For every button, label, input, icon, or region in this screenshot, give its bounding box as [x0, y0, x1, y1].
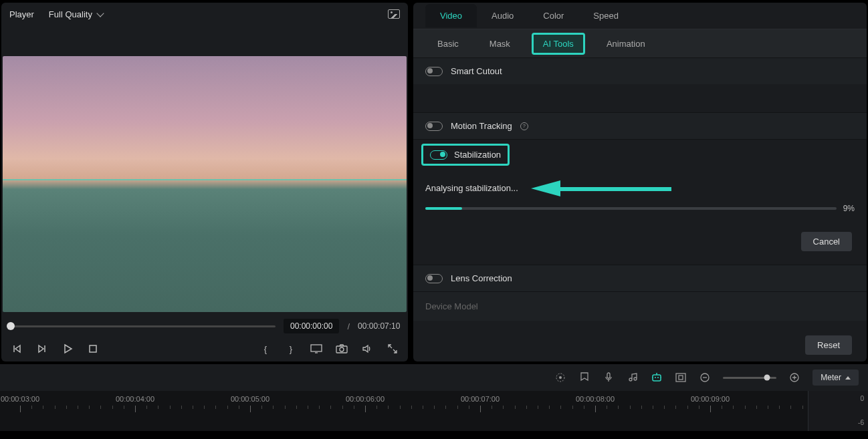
chevron-down-icon — [96, 9, 104, 17]
meter-label: Meter — [821, 373, 841, 382]
help-icon[interactable]: ? — [520, 122, 528, 130]
tab-video[interactable]: Video — [425, 4, 477, 27]
subtabs-row: Basic Mask AI Tools Animation — [413, 29, 867, 57]
subtab-ai-tools[interactable]: AI Tools — [534, 35, 583, 53]
meter-button[interactable]: Meter — [812, 370, 859, 386]
device-model-row: Device Model — [413, 291, 867, 321]
tabs-row: Video Audio Color Speed — [413, 3, 867, 29]
video-preview[interactable] — [3, 56, 407, 312]
fullscreen-button[interactable] — [387, 343, 399, 355]
highlight-stabilization: Stabilization — [421, 144, 510, 166]
toggle-stabilization[interactable] — [430, 150, 447, 160]
ruler-label: 00:00:05:00 — [231, 395, 269, 403]
tab-color[interactable]: Color — [528, 4, 578, 27]
triangle-up-icon — [845, 376, 851, 380]
volume-button[interactable] — [361, 343, 373, 355]
player-controls: 00:00:00:00 / 00:00:07:10 { } — [1, 312, 408, 361]
inspector-panel: Video Audio Color Speed Basic Mask AI To… — [413, 3, 867, 361]
svg-rect-6 — [607, 373, 610, 378]
mark-out-button[interactable]: } — [285, 343, 297, 355]
timeline-toolbar: Meter — [0, 364, 868, 391]
zoom-handle[interactable] — [764, 375, 770, 381]
display-button[interactable] — [310, 343, 322, 355]
svg-point-10 — [657, 377, 659, 378]
progress-percent: 9% — [843, 204, 855, 213]
option-motion-tracking: Motion Tracking ? — [413, 112, 867, 139]
option-lens-correction: Lens Correction — [413, 265, 867, 291]
scrubber[interactable] — [11, 325, 276, 327]
svg-rect-1 — [311, 345, 322, 351]
svg-rect-8 — [653, 375, 661, 381]
ruler-label: 00:00:03:00 — [1, 395, 39, 403]
time-current[interactable]: 00:00:00:00 — [284, 319, 339, 333]
next-frame-button[interactable] — [36, 343, 48, 355]
time-total: 00:00:07:10 — [358, 321, 400, 331]
ruler-label: 00:00:09:00 — [691, 395, 730, 403]
label-motion-tracking: Motion Tracking — [451, 121, 512, 131]
cancel-button[interactable]: Cancel — [801, 232, 852, 251]
label-stabilization: Stabilization — [454, 150, 501, 160]
reset-button[interactable]: Reset — [805, 335, 852, 355]
scrub-handle[interactable] — [7, 322, 15, 330]
subtab-mask[interactable]: Mask — [480, 35, 520, 53]
svg-rect-12 — [679, 376, 683, 380]
toggle-lens-correction[interactable] — [425, 274, 443, 283]
ai-icon[interactable] — [651, 372, 663, 384]
prev-frame-button[interactable] — [11, 343, 23, 355]
player-header: Player Full Quality — [1, 3, 408, 25]
label-lens-correction: Lens Correction — [451, 273, 512, 283]
svg-point-7 — [634, 378, 637, 380]
svg-rect-11 — [676, 374, 685, 382]
toggle-smart-cutout[interactable] — [425, 67, 443, 76]
svg-point-3 — [340, 347, 344, 351]
image-preview-icon[interactable] — [388, 9, 400, 19]
option-smart-cutout: Smart Cutout — [413, 57, 867, 84]
ruler-label: 00:00:04:00 — [116, 395, 154, 403]
timeline-ruler[interactable]: 00:00:03:0000:00:04:0000:00:05:0000:00:0… — [0, 391, 868, 431]
arrow-annotation — [531, 180, 671, 196]
svg-rect-0 — [90, 345, 96, 352]
svg-point-9 — [655, 377, 656, 378]
zoom-out-button[interactable] — [699, 372, 711, 384]
meter-tick-0: 0 — [860, 395, 864, 402]
snapshot-button[interactable] — [336, 343, 348, 355]
frame-icon[interactable] — [675, 372, 687, 384]
quality-select[interactable]: Full Quality — [43, 7, 108, 22]
time-separator: / — [347, 321, 350, 331]
progress-section: Analysing stabilization... 9% — [413, 170, 867, 224]
option-stabilization: Stabilization — [413, 139, 867, 170]
music-icon[interactable] — [627, 372, 639, 384]
tab-audio[interactable]: Audio — [477, 4, 528, 27]
marker-icon[interactable] — [578, 372, 590, 384]
meter-panel: 0 -6 — [808, 391, 868, 431]
mic-icon[interactable] — [603, 372, 615, 384]
subtab-animation[interactable]: Animation — [597, 35, 655, 53]
mark-in-button[interactable]: { — [259, 343, 272, 355]
play-button[interactable] — [62, 343, 74, 355]
cancel-row: Cancel — [413, 224, 867, 265]
meter-tick-1: -6 — [858, 419, 864, 426]
ruler-label: 00:00:07:00 — [461, 395, 500, 403]
svg-point-5 — [559, 376, 562, 379]
tab-speed[interactable]: Speed — [578, 4, 633, 27]
ruler-label: 00:00:06:00 — [346, 395, 385, 403]
progress-fill — [425, 207, 462, 210]
player-panel: Player Full Quality 00:00:00:00 / 00:00:… — [1, 3, 408, 361]
mix-icon[interactable] — [554, 372, 566, 384]
zoom-slider[interactable] — [723, 377, 776, 379]
toggle-motion-tracking[interactable] — [425, 122, 443, 131]
zoom-in-button[interactable] — [788, 372, 800, 384]
progress-bar — [425, 207, 837, 210]
quality-value: Full Quality — [49, 9, 92, 19]
reset-row: Reset — [413, 329, 867, 361]
stop-button[interactable] — [87, 343, 99, 355]
player-label: Player — [9, 9, 34, 19]
highlight-ai-tools: AI Tools — [532, 33, 585, 55]
device-model-label: Device Model — [425, 301, 478, 311]
subtab-basic[interactable]: Basic — [428, 35, 468, 53]
label-smart-cutout: Smart Cutout — [451, 66, 502, 76]
ruler-label: 00:00:08:00 — [576, 395, 615, 403]
